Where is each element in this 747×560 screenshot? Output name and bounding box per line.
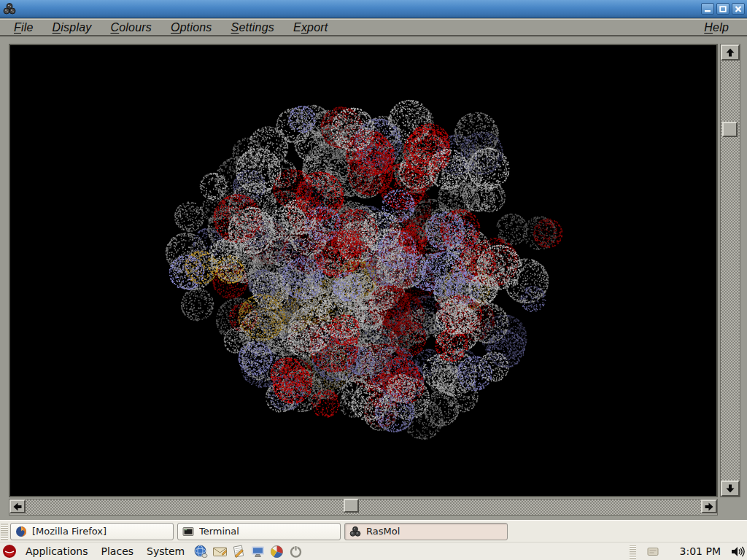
scroll-left-button[interactable] [9,499,26,513]
drag-handle[interactable] [1,523,8,540]
menubar-right: Help [694,21,747,34]
volume-icon[interactable] [729,543,746,559]
gnome-panel: Applications Places System [0,542,747,560]
scroll-right-button[interactable] [701,499,717,513]
menubar-left: File Display Colours Options Settings Ex… [0,21,337,34]
power-launcher[interactable] [287,543,303,559]
down-arrow-icon [725,483,735,494]
rasmol-icon [349,526,361,537]
task-button-rasmol[interactable]: RasMol [344,523,508,540]
horizontal-scrollbar[interactable] [9,499,718,516]
right-arrow-icon [704,502,714,512]
menu-display[interactable]: Display [43,21,101,34]
rasmol-molecule-icon [3,2,16,15]
window-list-bar: [Mozilla Firefox] Terminal RasMol [0,520,747,542]
scroll-up-button[interactable] [721,44,740,61]
panel-menu-places[interactable]: Places [95,545,141,557]
email-launcher[interactable] [212,543,228,559]
left-arrow-icon [12,502,23,512]
redhat-menu-icon[interactable] [1,543,18,559]
maximize-button[interactable] [716,3,729,15]
vertical-scroll-thumb[interactable] [722,122,738,137]
up-arrow-icon [725,47,735,58]
menu-export[interactable]: Export [284,21,337,34]
close-icon [735,6,742,12]
minimize-icon [704,6,711,12]
scroll-down-button[interactable] [721,481,740,497]
drag-handle[interactable] [630,544,636,559]
molecule-viewport[interactable] [9,44,718,497]
close-button[interactable] [732,3,745,15]
menu-settings[interactable]: Settings [222,21,284,34]
horizontal-scroll-track[interactable] [26,499,701,515]
task-button-label: [Mozilla Firefox] [32,526,107,537]
impress-launcher[interactable] [268,543,285,559]
window-titlebar[interactable] [0,0,747,18]
minimize-button[interactable] [701,3,714,15]
vertical-scroll-track[interactable] [721,61,740,481]
maximize-icon [719,6,727,12]
terminal-icon [182,526,194,537]
writer-launcher[interactable] [231,543,247,559]
molecule-canvas[interactable] [10,45,716,496]
task-button-firefox[interactable]: [Mozilla Firefox] [10,523,174,540]
task-button-label: Terminal [199,526,239,537]
menu-help[interactable]: Help [694,21,738,34]
panel-menu-system[interactable]: System [140,545,191,557]
menubar: File Display Colours Options Settings Ex… [0,19,747,36]
panel-right: 3:01 PM [630,543,747,559]
web-browser-launcher[interactable] [193,543,209,559]
horizontal-scroll-thumb[interactable] [344,499,359,513]
workarea [0,36,747,520]
task-button-label: RasMol [366,526,400,537]
screenshot-launcher[interactable] [249,543,266,559]
notification-tray-icon[interactable] [645,543,661,559]
panel-menu-applications[interactable]: Applications [19,545,95,557]
clock[interactable]: 3:01 PM [662,545,728,557]
menu-file[interactable]: File [4,21,43,34]
menu-options[interactable]: Options [161,21,222,34]
vertical-scrollbar[interactable] [720,44,740,497]
menu-colours[interactable]: Colours [101,21,161,34]
firefox-icon [15,526,27,537]
desktop: File Display Colours Options Settings Ex… [0,0,747,560]
task-button-terminal[interactable]: Terminal [177,523,341,540]
